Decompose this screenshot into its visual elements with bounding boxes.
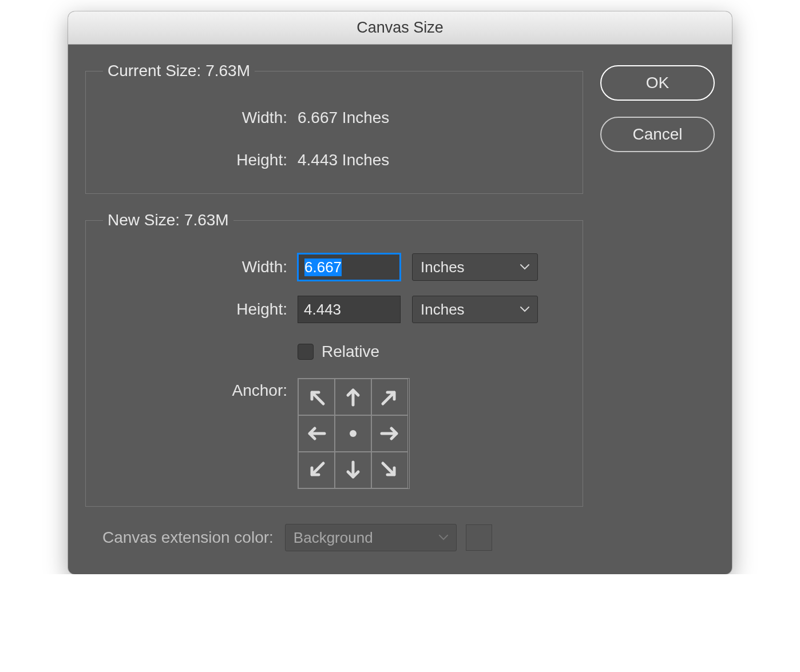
relative-label: Relative	[322, 343, 379, 361]
anchor-bottom[interactable]	[335, 452, 371, 488]
ok-button[interactable]: OK	[600, 65, 715, 101]
anchor-top-left[interactable]	[298, 379, 335, 415]
extension-color-label: Canvas extension color:	[102, 528, 274, 547]
dialog-title: Canvas Size	[357, 19, 443, 37]
new-height-label: Height:	[103, 300, 298, 319]
extension-color-swatch[interactable]	[466, 524, 492, 551]
extension-color-row: Canvas extension color: Background	[85, 524, 583, 551]
new-height-row: Height: Inches	[103, 293, 565, 325]
new-width-row: Width: Inches	[103, 251, 565, 283]
anchor-picker	[298, 378, 410, 489]
new-size-group: New Size: 7.63M Width: Inches Height:	[85, 211, 583, 507]
chevron-down-icon	[520, 264, 529, 270]
extension-color-select: Background	[285, 524, 457, 551]
anchor-row: Anchor:	[103, 378, 565, 489]
new-width-unit-select[interactable]: Inches	[412, 253, 538, 281]
current-height-row: Height: 4.443 Inches	[103, 144, 565, 176]
current-width-value: 6.667 Inches	[298, 109, 389, 127]
canvas-size-dialog: Canvas Size Current Size: 7.63M Width: 6…	[68, 11, 732, 574]
anchor-center[interactable]	[335, 415, 371, 452]
anchor-top[interactable]	[335, 379, 371, 415]
anchor-right[interactable]	[371, 415, 408, 452]
current-height-value: 4.443 Inches	[298, 151, 389, 169]
svg-point-0	[350, 430, 357, 437]
cancel-button[interactable]: Cancel	[600, 117, 715, 152]
current-height-label: Height:	[103, 151, 298, 169]
anchor-bottom-left[interactable]	[298, 452, 335, 488]
dialog-body: Current Size: 7.63M Width: 6.667 Inches …	[68, 45, 732, 574]
relative-row: Relative	[103, 336, 565, 368]
extension-color-value: Background	[294, 529, 373, 547]
new-width-unit-value: Inches	[421, 259, 465, 276]
new-size-legend: New Size: 7.63M	[103, 211, 233, 229]
current-width-row: Width: 6.667 Inches	[103, 102, 565, 134]
new-height-unit-select[interactable]: Inches	[412, 296, 538, 323]
anchor-bottom-right[interactable]	[371, 452, 408, 488]
relative-checkbox[interactable]	[298, 344, 314, 360]
chevron-down-icon	[439, 535, 448, 540]
current-size-legend: Current Size: 7.63M	[103, 62, 255, 80]
anchor-left[interactable]	[298, 415, 335, 452]
current-width-label: Width:	[103, 109, 298, 127]
dialog-titlebar: Canvas Size	[68, 11, 732, 45]
new-width-label: Width:	[103, 258, 298, 276]
new-width-input[interactable]	[298, 253, 401, 281]
dialog-main-column: Current Size: 7.63M Width: 6.667 Inches …	[85, 62, 583, 551]
anchor-label: Anchor:	[103, 378, 298, 400]
chevron-down-icon	[520, 307, 529, 312]
current-size-group: Current Size: 7.63M Width: 6.667 Inches …	[85, 62, 583, 194]
new-height-unit-value: Inches	[421, 301, 465, 319]
new-height-input[interactable]	[298, 296, 401, 323]
anchor-top-right[interactable]	[371, 379, 408, 415]
dialog-button-column: OK Cancel	[600, 62, 715, 551]
